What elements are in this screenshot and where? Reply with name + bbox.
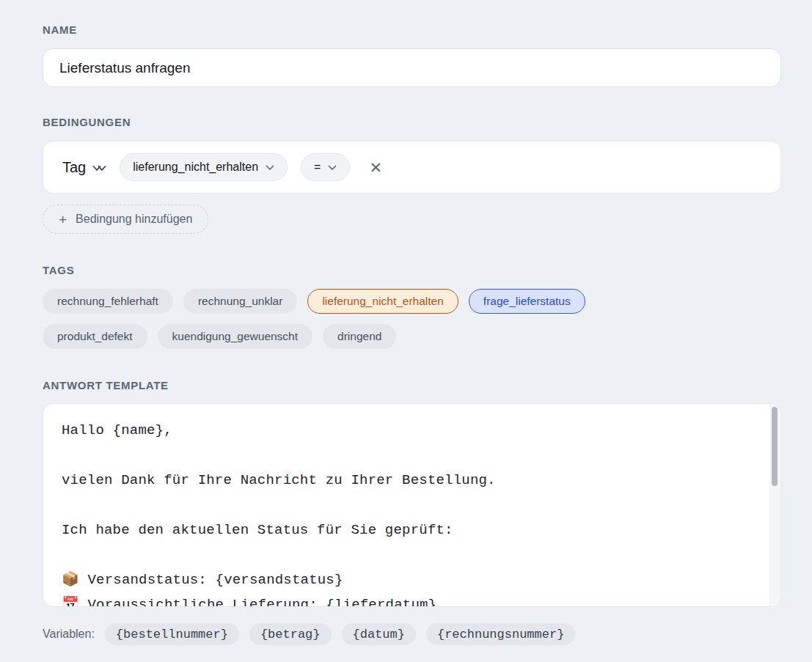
add-condition-button[interactable]: + Bedingung hinzufügen (43, 205, 208, 234)
double-chevron-down-icon (92, 159, 106, 176)
tag-rechnung-fehlerhaft[interactable]: rechnung_fehlerhaft (43, 289, 173, 314)
variables-bar: Variablen: {bestellnummer} {betrag} {dat… (43, 623, 781, 645)
tag-rechnung-unklar[interactable]: rechnung_unklar (183, 289, 297, 314)
rule-name-input[interactable]: Lieferstatus anfragen (43, 48, 781, 87)
tags-section-label: TAGS (43, 264, 781, 276)
tag-frage-lieferstatus[interactable]: frage_lieferstatus (469, 289, 585, 314)
condition-field-select[interactable]: Tag (62, 159, 106, 176)
condition-value-select[interactable]: lieferung_nicht_erhalten (120, 153, 288, 181)
tag-lieferung-nicht-erhalten[interactable]: lieferung_nicht_erhalten (307, 289, 458, 314)
tag-dringend[interactable]: dringend (323, 324, 396, 349)
condition-field-label: Tag (62, 159, 86, 176)
condition-operator-select[interactable]: = (301, 153, 350, 181)
template-section-label: ANTWORT TEMPLATE (43, 379, 781, 391)
tag-kuendigung-gewuenscht[interactable]: kuendigung_gewuenscht (158, 324, 313, 349)
answer-template-text: Hallo {name}, vielen Dank für Ihre Nachr… (43, 404, 780, 607)
tag-produkt-defekt[interactable]: produkt_defekt (43, 324, 147, 349)
rule-editor-form: NAME Lieferstatus anfragen BEDINGUNGEN T… (0, 0, 812, 645)
condition-row: Tag lieferung_nicht_erhalten = (43, 141, 781, 194)
variable-bestellnummer[interactable]: {bestellnummer} (105, 623, 239, 645)
chevron-down-icon (266, 161, 274, 174)
scrollbar-thumb[interactable] (772, 407, 778, 486)
plus-icon: + (59, 213, 67, 227)
rule-name-value: Lieferstatus anfragen (59, 60, 191, 76)
tags-list: rechnung_fehlerhaft rechnung_unklar lief… (43, 289, 681, 349)
variable-rechnungsnummer[interactable]: {rechnungsnummer} (426, 623, 575, 645)
condition-value-text: lieferung_nicht_erhalten (133, 161, 258, 174)
variable-datum[interactable]: {datum} (342, 623, 416, 645)
answer-template-textarea[interactable]: Hallo {name}, vielen Dank für Ihre Nachr… (43, 403, 781, 607)
condition-operator-text: = (314, 161, 321, 174)
variables-caption: Variablen: (43, 628, 95, 641)
variable-betrag[interactable]: {betrag} (249, 623, 332, 645)
add-condition-label: Bedingung hinzufügen (76, 213, 192, 226)
remove-condition-button[interactable]: ✕ (366, 157, 385, 178)
name-section-label: NAME (43, 23, 781, 36)
conditions-section-label: BEDINGUNGEN (43, 116, 781, 128)
chevron-down-icon (328, 161, 337, 174)
